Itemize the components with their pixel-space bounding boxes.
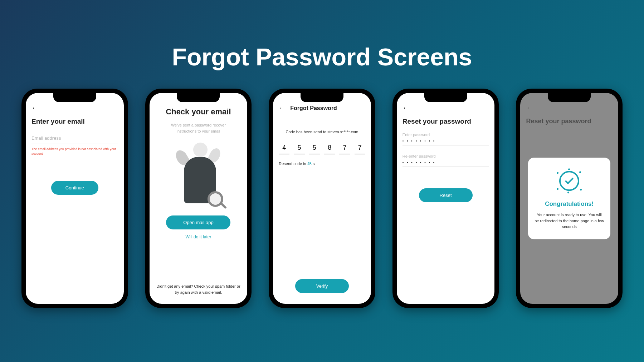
- resend-text: Resend code in 45 s: [279, 162, 365, 166]
- success-modal: Congratulations! Your account is ready t…: [528, 158, 610, 239]
- reset-button[interactable]: Reset: [419, 188, 473, 202]
- phone-enter-email: ← Enter your email The email address you…: [21, 89, 128, 308]
- back-button[interactable]: ←: [31, 104, 38, 112]
- resend-suffix: s: [312, 162, 315, 166]
- verify-button[interactable]: Verify: [295, 279, 349, 293]
- otp-digit[interactable]: 4: [279, 144, 289, 154]
- screen-reset-password: ← Reset your password Enter password • •…: [397, 93, 495, 304]
- confirm-password-input[interactable]: • • • • • • • •: [402, 158, 489, 167]
- email-illustration: [170, 143, 227, 207]
- back-button[interactable]: ←: [402, 104, 409, 112]
- screen-subtitle: We've sent a password recover instructio…: [155, 122, 242, 134]
- phone-reset-password: ← Reset your password Enter password • •…: [392, 89, 499, 308]
- otp-digit[interactable]: 7: [339, 144, 350, 154]
- password-input[interactable]: • • • • • • • •: [402, 137, 489, 145]
- continue-button[interactable]: Continue: [51, 181, 98, 195]
- otp-inputs: 4 5 5 8 7 7: [279, 144, 365, 154]
- confirm-password-label: Re-enter password: [402, 154, 489, 158]
- screen-enter-email: ← Enter your email The email address you…: [26, 93, 124, 304]
- phone-success: ← Reset your password Congratulations! Y…: [516, 89, 623, 308]
- screen-title: Enter your email: [31, 118, 118, 125]
- modal-title: Congratulations!: [535, 200, 604, 208]
- phone-check-email: Check your email We've sent a password r…: [145, 89, 252, 308]
- phones-row: ← Enter your email The email address you…: [0, 89, 644, 308]
- back-button: ←: [526, 104, 613, 112]
- error-message: The email address you provided is not as…: [31, 147, 118, 156]
- phone-notch: [424, 93, 467, 102]
- resend-prefix: Resend code in: [279, 162, 307, 166]
- success-check-icon: [557, 168, 582, 193]
- screen-verify-code: ← Forgot Password Code has been send to …: [273, 93, 371, 304]
- phone-notch: [53, 93, 96, 102]
- modal-text: Your account is ready to use. You will b…: [535, 212, 604, 230]
- phone-notch: [301, 93, 343, 102]
- phone-notch: [177, 93, 220, 102]
- screen-header: Forgot Password: [290, 105, 337, 111]
- code-sent-text: Code has been send to steven.s*****.com: [279, 130, 365, 134]
- screen-title: Reset your password: [402, 118, 489, 125]
- resend-timer: 45: [307, 162, 312, 166]
- page-title: Forgot Password Screens: [0, 0, 644, 89]
- later-link[interactable]: Will do it later: [155, 234, 242, 239]
- bg-title: Reset your password: [526, 118, 613, 125]
- screen-title: Check your email: [155, 107, 242, 116]
- otp-digit[interactable]: 5: [309, 144, 320, 154]
- open-mail-button[interactable]: Open mail app: [166, 215, 230, 229]
- email-input[interactable]: [31, 133, 118, 144]
- footer-text: Didn't get any email? Check your spam fo…: [155, 283, 242, 295]
- back-button[interactable]: ←: [279, 104, 285, 112]
- screen-success: ← Reset your password Congratulations! Y…: [520, 93, 618, 304]
- otp-digit[interactable]: 7: [355, 144, 365, 154]
- otp-digit[interactable]: 8: [324, 144, 335, 154]
- screen-check-email: Check your email We've sent a password r…: [150, 93, 248, 304]
- phone-notch: [548, 93, 591, 102]
- phone-verify-code: ← Forgot Password Code has been send to …: [269, 89, 375, 308]
- password-label: Enter password: [402, 133, 489, 137]
- otp-digit[interactable]: 5: [294, 144, 305, 154]
